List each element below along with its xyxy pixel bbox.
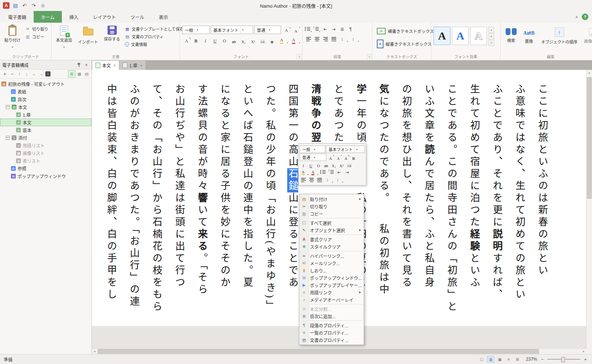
mini-shrink-font-button[interactable] <box>335 154 342 161</box>
remove-item-button[interactable] <box>9 71 15 77</box>
highlight-color-button[interactable] <box>277 37 286 44</box>
mini-highlight-color-button[interactable] <box>300 169 307 175</box>
redo-icon[interactable] <box>30 2 37 9</box>
close-panel-icon[interactable] <box>83 62 89 68</box>
ribbon-tab-layout[interactable]: レイアウト <box>86 11 123 23</box>
font-color-button[interactable] <box>289 37 298 44</box>
mini-character-spacing-button[interactable] <box>334 176 341 183</box>
save-button[interactable]: 保存する <box>102 24 122 53</box>
scroll-up-icon[interactable] <box>587 70 592 75</box>
close-tab-icon[interactable] <box>113 63 116 68</box>
document-tab-chapter-1[interactable]: 1.章 <box>119 61 145 70</box>
font-effect-outline[interactable]: A <box>470 27 487 45</box>
import-button[interactable]: インポート <box>76 24 100 53</box>
mini-decrease-indent-button[interactable] <box>336 169 343 176</box>
text-column-3[interactable]: ふことであり、それを更に説明すれば、 <box>486 84 508 318</box>
context-menu-item-select-all[interactable]: すべて選択 <box>299 219 364 226</box>
context-menu-item-popup-player[interactable]: ポップアッププレイヤー... <box>299 281 364 289</box>
scroll-right-icon[interactable] <box>581 349 587 354</box>
zoom-slider-thumb[interactable] <box>561 357 565 362</box>
tree-item-attachments[interactable]: 添付 <box>0 134 91 142</box>
copy-button[interactable]: コピー <box>24 33 49 40</box>
save-as-template-button[interactable]: 文書テンプレートとして保存 <box>124 26 185 32</box>
expander-icon[interactable] <box>6 105 10 109</box>
character-style-button[interactable] <box>182 37 191 44</box>
document-properties-button[interactable]: 文書のプロパティ <box>124 33 185 40</box>
mini-grow-font-button[interactable] <box>327 154 334 161</box>
tree-item-body[interactable]: 本文 <box>0 119 91 126</box>
decrease-indent-button[interactable] <box>322 26 329 33</box>
text-column-5[interactable]: ことである。この間寺田さんの「初旅」と <box>440 84 463 318</box>
italic-button[interactable] <box>201 37 210 44</box>
numbered-list-button[interactable] <box>313 26 321 33</box>
ribbon-tab-tools[interactable]: ツール <box>123 11 152 23</box>
text-column-4[interactable]: 生れて初めて宿屋に泊つた経験といふ <box>463 84 486 318</box>
mini-bullet-list-button[interactable] <box>319 169 327 176</box>
context-menu-item-clear-style[interactable]: スタイルクリア <box>299 243 364 250</box>
font-style-select[interactable]: 一般 <box>182 26 210 34</box>
text-column-6[interactable]: いふ文章を読んで居たら、ふと私自身 <box>417 84 440 318</box>
effects-scroll-down-icon[interactable] <box>488 33 494 40</box>
tree-item-cover[interactable]: 表紙 <box>0 88 91 95</box>
mini-weight-select[interactable]: 普通 <box>300 154 326 161</box>
context-menu-item-term-link[interactable]: 用語リンク <box>299 289 364 296</box>
increase-indent-button[interactable] <box>330 26 337 33</box>
tree-item-popup-window[interactable]: ポップアップウィンドウ <box>0 172 91 180</box>
zoom-out-button[interactable] <box>539 356 545 362</box>
mini-align-left-button[interactable] <box>300 176 307 183</box>
mini-increase-indent-button[interactable] <box>344 169 351 176</box>
mini-superscript-button[interactable] <box>338 162 345 168</box>
chevron-down-icon[interactable] <box>299 42 300 44</box>
mini-align-center-button[interactable] <box>308 176 315 183</box>
tree-item-teihon[interactable]: 底本 <box>0 126 91 134</box>
mini-strikethrough-button[interactable] <box>323 162 330 168</box>
font-effect-plain[interactable]: A <box>434 27 450 45</box>
context-menu-item-list-props[interactable]: 一覧のプロパティ... <box>299 329 364 336</box>
chevron-down-icon[interactable] <box>286 42 288 44</box>
context-menu-item-doc-props[interactable]: 文書のプロパティ... <box>299 336 364 344</box>
view-mode-text-button[interactable] <box>505 356 512 362</box>
align-right-button[interactable] <box>322 35 329 42</box>
text-column-2[interactable]: ふ意味ではなく、生れて初めての旅とい <box>508 84 531 318</box>
tree-item-image-list[interactable]: 画像リスト <box>0 149 91 157</box>
text-column-1[interactable]: ここに初旅といふのは新春の旅とい <box>531 84 554 318</box>
ebook-icon[interactable] <box>12 2 19 9</box>
tree-item-chapter-1[interactable]: 1.章 <box>0 111 91 119</box>
vertical-scrollbar[interactable] <box>586 70 592 354</box>
convert-to-image-button[interactable]: 画像に変換 <box>581 25 592 45</box>
mini-numbered-list-button[interactable] <box>327 169 335 176</box>
ruby-button[interactable] <box>258 37 267 44</box>
vertical-textbox-button[interactable]: 縦書きテキストボックス <box>375 38 429 50</box>
view-mode-two-page-button[interactable] <box>487 356 494 363</box>
paragraph-marks-button[interactable] <box>347 26 354 33</box>
mini-line-spacing-button[interactable] <box>324 176 331 183</box>
move-left-button[interactable] <box>31 71 37 77</box>
text-column-17[interactable]: お山行ぢや」と私達は街頭に出て行つ <box>168 84 191 318</box>
context-menu-item-mail-link[interactable]: メールリンク... <box>299 259 364 267</box>
text-column-8[interactable]: 気になつたのである。 私の初旅は中 <box>372 84 395 318</box>
shrink-font-button[interactable] <box>292 26 300 33</box>
ribbon-tab-ebook[interactable]: 電子書籍 <box>1 11 34 23</box>
move-up-button[interactable] <box>16 71 23 77</box>
text-column-14[interactable]: といへば石鎚登山の連中を指した。夏 <box>236 84 259 318</box>
context-menu-item-copy[interactable]: コピー <box>299 210 364 217</box>
help-button[interactable] <box>582 14 588 20</box>
character-spacing-button[interactable] <box>349 35 357 42</box>
grow-font-button[interactable] <box>282 26 291 33</box>
move-right-button[interactable] <box>38 71 45 77</box>
find-button[interactable]: 検索 <box>503 25 520 45</box>
horizontal-textbox-button[interactable]: 横書きテキストボックス <box>375 26 429 36</box>
list-view-button[interactable] <box>83 71 90 77</box>
text-column-7[interactable]: の初旅を想ひ出し、それを書いて見る <box>395 84 417 318</box>
pin-icon[interactable] <box>76 62 82 68</box>
collapse-ribbon-button[interactable] <box>575 15 578 19</box>
text-column-19[interactable]: ふのがおきまりであつた。「お山行」の連 <box>123 84 145 318</box>
mini-font-color-button[interactable] <box>310 169 316 175</box>
tree-item-toc[interactable]: 目次 <box>0 95 91 103</box>
strikethrough-button[interactable] <box>230 37 238 44</box>
object-order-button[interactable]: オブジェクトの順序 <box>538 25 580 45</box>
mini-italic-button[interactable] <box>300 162 307 168</box>
view-mode-page-button[interactable] <box>478 356 485 362</box>
undo-icon[interactable] <box>21 2 28 9</box>
line-spacing-button[interactable] <box>338 35 346 42</box>
